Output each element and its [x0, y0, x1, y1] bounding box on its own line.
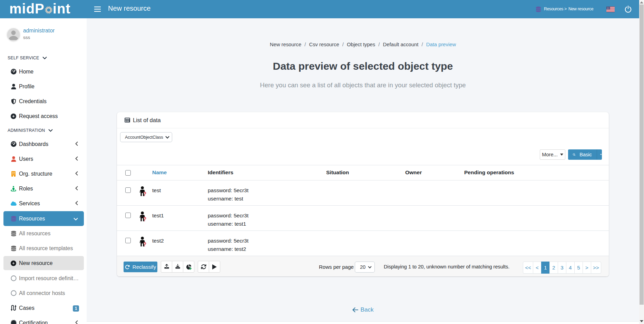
svg-text:?: ? — [143, 241, 146, 247]
svg-text:?: ? — [143, 191, 146, 197]
svg-text:?: ? — [143, 216, 146, 222]
